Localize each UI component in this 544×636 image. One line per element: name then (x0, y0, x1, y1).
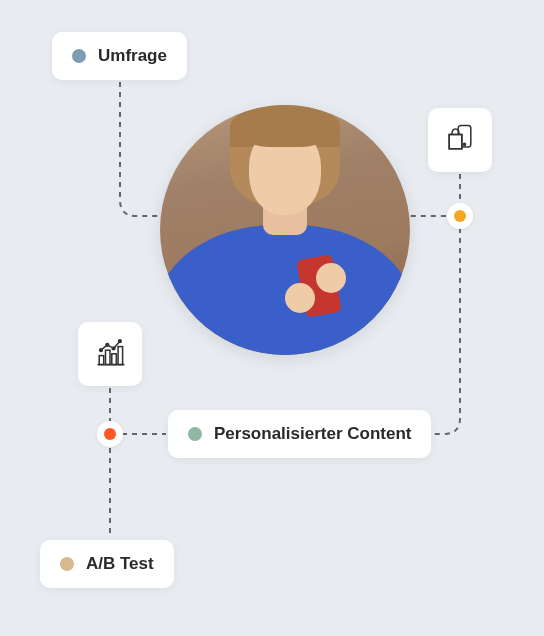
svg-point-10 (119, 340, 122, 343)
node-dot-icon (104, 428, 116, 440)
shopping-bag-icon (442, 120, 478, 160)
dot-icon (188, 427, 202, 441)
svg-rect-6 (118, 347, 123, 365)
svg-point-9 (112, 347, 115, 350)
svg-rect-3 (99, 356, 104, 365)
dot-icon (72, 49, 86, 63)
connector-node-right (447, 203, 473, 229)
analytics-chart-icon (92, 334, 128, 374)
shopping-icon-card (428, 108, 492, 172)
survey-label: Umfrage (98, 46, 167, 66)
abtest-card: A/B Test (40, 540, 174, 588)
svg-point-8 (106, 343, 109, 346)
personalized-label: Personalisierter Content (214, 424, 411, 444)
dot-icon (60, 557, 74, 571)
analytics-icon-card (78, 322, 142, 386)
svg-rect-5 (112, 354, 117, 365)
user-photo (160, 105, 410, 355)
survey-card: Umfrage (52, 32, 187, 80)
diagram-canvas: Umfrage (0, 0, 544, 636)
svg-rect-4 (106, 350, 111, 364)
svg-point-7 (100, 349, 103, 352)
personalized-content-card: Personalisierter Content (168, 410, 431, 458)
connector-node-left (97, 421, 123, 447)
svg-point-1 (463, 143, 465, 145)
abtest-label: A/B Test (86, 554, 154, 574)
node-dot-icon (454, 210, 466, 222)
